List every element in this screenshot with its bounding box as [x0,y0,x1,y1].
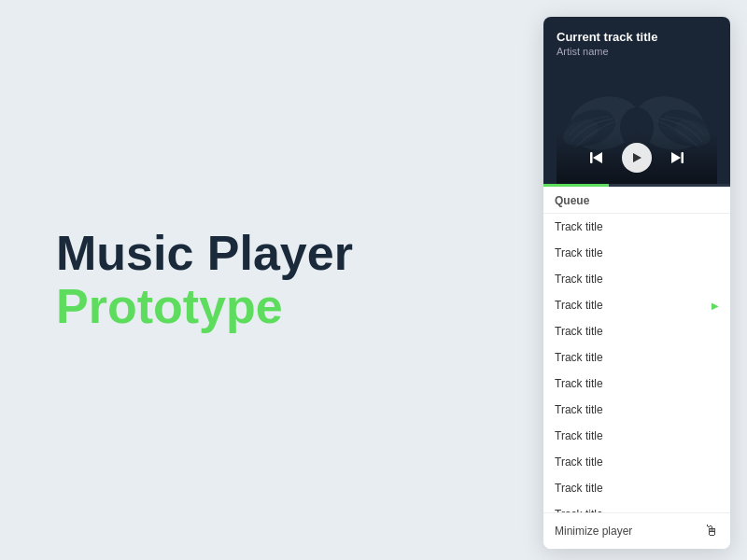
progress-bar-fill [543,184,609,187]
queue-header: Queue [543,187,730,214]
svg-marker-8 [593,152,602,163]
svg-marker-11 [671,152,681,163]
queue-item-title: Track title [555,246,603,259]
queue-item[interactable]: Track title [543,240,730,266]
queue-item[interactable]: Track title [543,501,730,512]
queue-item-title: Track title [555,220,603,233]
queue-item[interactable]: Track title [543,397,730,423]
prev-button[interactable] [590,151,603,164]
music-player-panel: Current track title Artist name [543,17,730,549]
track-info: Current track title Artist name [557,30,717,57]
minimize-label: Minimize player [555,525,632,538]
queue-item-title: Track title [555,351,603,364]
queue-item[interactable]: Track title [543,266,730,292]
queue-item-title: Track title [555,325,603,338]
hero-title: Music Player [56,227,353,280]
next-button[interactable] [670,151,684,164]
artist-name: Artist name [557,46,717,57]
queue-item-title: Track title [555,455,603,469]
play-button[interactable] [622,143,652,173]
svg-rect-7 [590,152,593,163]
queue-item-title: Track title [555,299,603,312]
cursor-icon: 🖱 [704,523,719,539]
queue-item[interactable]: Track title [543,449,730,475]
svg-rect-10 [682,152,684,163]
queue-item-title: Track title [555,482,603,495]
queue-item-title: Track title [555,377,603,390]
queue-item[interactable]: Track title [543,371,730,397]
queue-item-title: Track title [555,273,603,286]
queue-list[interactable]: Track titleTrack titleTrack titleTrack t… [543,214,730,512]
queue-item[interactable]: Track title [543,475,730,501]
progress-bar[interactable] [543,184,730,187]
queue-item[interactable]: Track title [543,318,730,344]
playback-controls [557,133,717,184]
current-track-title: Current track title [557,30,717,44]
queue-item[interactable]: Track title▶ [543,292,730,318]
album-art [557,63,717,184]
queue-item-title: Track title [555,429,603,442]
minimize-bar[interactable]: Minimize player 🖱 [543,512,730,549]
queue-item[interactable]: Track title [543,214,730,240]
queue-item[interactable]: Track title [543,423,730,449]
hero-section: Music Player Prototype [56,227,353,333]
playing-indicator: ▶ [712,301,719,311]
queue-item[interactable]: Track title [543,344,730,371]
svg-marker-9 [633,153,641,162]
queue-item-title: Track title [555,403,603,416]
hero-subtitle: Prototype [56,280,353,333]
now-playing-section: Current track title Artist name [543,17,730,184]
